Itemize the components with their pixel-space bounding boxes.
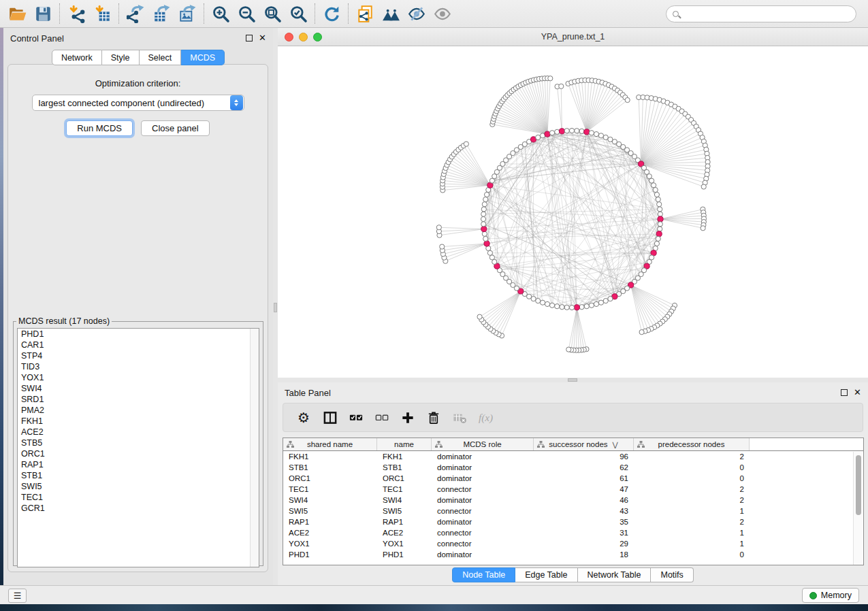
mcds-result-item[interactable]: SWI4	[18, 383, 259, 394]
network-node[interactable]	[483, 197, 488, 201]
network-node[interactable]	[564, 305, 569, 310]
table-row[interactable]: RAP1RAP1dominator352	[283, 516, 863, 527]
network-node[interactable]	[482, 231, 487, 236]
mcds-result-item[interactable]: YOX1	[18, 372, 259, 383]
tab-node-table[interactable]: Node Table	[452, 567, 515, 582]
mcds-result-item[interactable]: STB1	[18, 470, 259, 481]
network-node[interactable]	[483, 236, 488, 241]
mcds-result-item[interactable]: PHD1	[18, 329, 259, 340]
tab-network[interactable]: Network	[52, 50, 102, 65]
tab-motifs[interactable]: Motifs	[651, 567, 693, 582]
table-float-panel-icon[interactable]	[841, 389, 848, 396]
zoom-in-button[interactable]	[208, 2, 234, 25]
save-session-button[interactable]	[30, 2, 56, 25]
mcds-network-node[interactable]	[545, 131, 550, 137]
node-table[interactable]: shared namenameMCDS rolesuccessor nodes⋁…	[283, 437, 864, 565]
table-row[interactable]: PHD1PHD1dominator180	[283, 549, 863, 560]
mcds-result-item[interactable]: TEC1	[18, 492, 259, 503]
tab-style[interactable]: Style	[102, 50, 140, 65]
network-node[interactable]	[656, 236, 660, 241]
tab-mcds[interactable]: MCDS	[181, 50, 225, 65]
horizontal-splitter-grip[interactable]	[568, 378, 577, 382]
network-node[interactable]	[536, 299, 541, 303]
network-node[interactable]	[549, 131, 554, 135]
mcds-result-item[interactable]: STB5	[18, 437, 259, 448]
network-graph[interactable]	[278, 46, 868, 378]
mcds-network-node[interactable]	[584, 129, 590, 135]
mcds-result-item[interactable]: GCR1	[18, 503, 259, 514]
network-node[interactable]	[477, 314, 482, 319]
network-node[interactable]	[658, 212, 662, 216]
network-node[interactable]	[589, 131, 594, 135]
table-row[interactable]: SWI5SWI5connector431	[283, 506, 863, 516]
network-node[interactable]	[484, 192, 489, 197]
network-node[interactable]	[584, 304, 589, 309]
network-node[interactable]	[658, 222, 662, 227]
network-node[interactable]	[652, 183, 656, 188]
network-node[interactable]	[608, 297, 613, 301]
open-session-button[interactable]	[4, 2, 30, 25]
export-table-button[interactable]	[148, 2, 174, 25]
close-panel-icon[interactable]: ✕	[259, 35, 266, 42]
mcds-result-item[interactable]: ORC1	[18, 448, 259, 459]
refresh-button[interactable]	[319, 2, 344, 25]
column-header-successor-nodes[interactable]: successor nodes⋁	[534, 438, 634, 450]
panel-menu-button[interactable]: ☰	[8, 589, 27, 603]
network-node[interactable]	[489, 255, 494, 260]
network-node[interactable]	[598, 300, 603, 305]
network-node[interactable]	[545, 301, 549, 306]
result-list-scrollbar[interactable]	[250, 329, 259, 567]
table-row[interactable]: STB1STB1dominator620	[283, 462, 863, 473]
network-node[interactable]	[594, 131, 598, 136]
mcds-result-item[interactable]: SRD1	[18, 394, 259, 405]
tab-edge-table[interactable]: Edge Table	[515, 567, 577, 582]
mcds-network-node[interactable]	[559, 129, 564, 134]
network-node[interactable]	[625, 97, 630, 102]
network-node[interactable]	[598, 133, 603, 138]
network-node[interactable]	[481, 207, 486, 212]
network-node[interactable]	[549, 303, 554, 308]
column-header-name[interactable]: name	[377, 438, 432, 450]
vertical-splitter-grip[interactable]	[274, 303, 277, 312]
vertical-splitter[interactable]	[273, 28, 278, 585]
network-node[interactable]	[654, 192, 659, 197]
mcds-network-node[interactable]	[656, 231, 662, 237]
select-all-button[interactable]	[344, 406, 367, 429]
table-row[interactable]: FKH1FKH1dominator962	[283, 451, 863, 462]
table-row[interactable]: ORC1ORC1dominator610	[283, 473, 863, 484]
network-node[interactable]	[656, 197, 660, 201]
mcds-network-node[interactable]	[574, 305, 579, 310]
network-node[interactable]	[555, 129, 560, 134]
mcds-result-item[interactable]: ACE2	[18, 427, 259, 437]
network-node[interactable]	[555, 304, 560, 309]
import-table-button[interactable]	[89, 2, 115, 25]
network-node[interactable]	[548, 76, 553, 81]
mcds-result-item[interactable]: SWI5	[18, 481, 259, 492]
column-header-shared-name[interactable]: shared name	[283, 438, 377, 450]
table-row[interactable]: ACE2ACE2connector311	[283, 527, 863, 538]
network-node[interactable]	[540, 300, 545, 305]
search-box[interactable]	[666, 5, 856, 22]
mcds-result-item[interactable]: STP4	[18, 350, 259, 361]
add-column-button[interactable]	[396, 406, 419, 429]
zoom-out-button[interactable]	[234, 2, 259, 25]
network-node[interactable]	[436, 225, 441, 230]
show-columns-button[interactable]	[319, 406, 341, 429]
network-node[interactable]	[603, 135, 608, 139]
network-node[interactable]	[594, 301, 598, 306]
memory-button[interactable]: Memory	[802, 588, 859, 603]
table-row[interactable]: SWI4SWI4dominator462	[283, 495, 863, 506]
export-network-button[interactable]	[123, 2, 148, 25]
mcds-result-list[interactable]: PHD1CAR1STP4TID3YOX1SWI4SRD1PMA2FKH1ACE2…	[17, 328, 259, 567]
network-node[interactable]	[657, 202, 662, 207]
network-node[interactable]	[569, 128, 574, 133]
deselect-all-button[interactable]	[370, 406, 393, 429]
network-node[interactable]	[481, 212, 486, 216]
network-node[interactable]	[440, 244, 445, 249]
hide-selected-button[interactable]	[404, 2, 430, 25]
optimization-criterion-select[interactable]: largest connected component (undirected)	[32, 95, 244, 111]
table-scrollbar[interactable]	[853, 452, 863, 565]
network-node[interactable]	[579, 129, 584, 133]
network-node[interactable]	[564, 129, 569, 133]
network-node[interactable]	[639, 330, 644, 335]
